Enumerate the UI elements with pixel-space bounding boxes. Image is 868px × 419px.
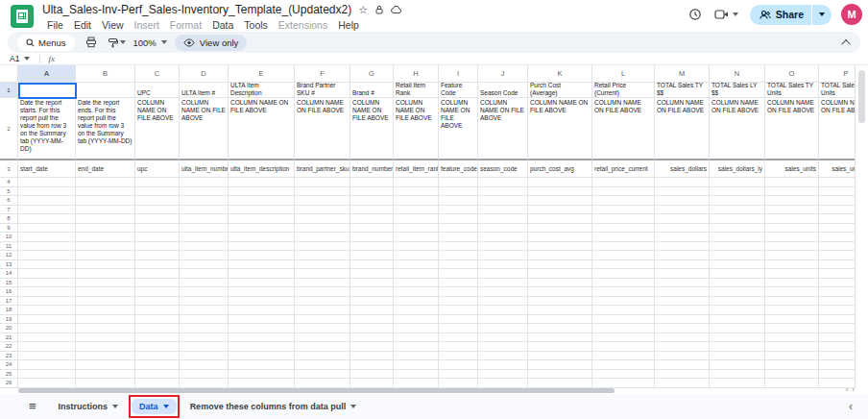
col-header-N[interactable]: N	[710, 65, 765, 83]
cell-A18[interactable]	[18, 306, 76, 315]
cell-O22[interactable]	[765, 342, 819, 352]
cell-O21[interactable]	[765, 333, 819, 343]
view-only-badge[interactable]: View only	[175, 35, 248, 51]
row-header-19[interactable]: 19	[0, 315, 18, 325]
cell-J8[interactable]	[478, 214, 528, 224]
cell-P12[interactable]	[819, 251, 855, 260]
cell-A22[interactable]	[18, 342, 76, 352]
cell-E16[interactable]	[229, 287, 295, 297]
cell-H12[interactable]	[394, 251, 439, 260]
cell-A8[interactable]	[18, 214, 76, 224]
vertical-scrollbar[interactable]	[855, 65, 868, 388]
cell-I17[interactable]	[439, 297, 478, 307]
cell-O17[interactable]	[765, 297, 819, 307]
cell-B12[interactable]	[76, 251, 135, 260]
cell-C6[interactable]	[135, 196, 180, 206]
cell-F19[interactable]	[295, 315, 350, 325]
cell-M17[interactable]	[655, 297, 710, 307]
cell-A19[interactable]	[18, 315, 76, 325]
cell-N12[interactable]	[710, 251, 765, 260]
cell-H13[interactable]	[394, 260, 439, 270]
cell-A1[interactable]	[18, 83, 76, 98]
cell-I8[interactable]	[439, 214, 478, 224]
cell-O6[interactable]	[765, 196, 819, 206]
cell-D26[interactable]	[180, 379, 229, 388]
cell-F18[interactable]	[295, 306, 350, 315]
cell-J19[interactable]	[478, 315, 528, 325]
cell-H17[interactable]	[394, 297, 439, 307]
cell-L2[interactable]: COLUMN NAME ON FILE ABOVE	[592, 98, 655, 160]
cell-J23[interactable]	[478, 352, 528, 361]
cell-B20[interactable]	[76, 324, 135, 333]
cell-J14[interactable]	[478, 269, 528, 279]
cell-D22[interactable]	[180, 342, 229, 352]
cell-I10[interactable]	[439, 233, 478, 242]
cell-K4[interactable]	[528, 178, 592, 187]
cell-E8[interactable]	[229, 214, 295, 224]
cell-N8[interactable]	[710, 214, 765, 224]
cell-A21[interactable]	[18, 333, 76, 343]
cell-B5[interactable]	[76, 187, 135, 197]
cell-M13[interactable]	[655, 260, 710, 270]
cell-O15[interactable]	[765, 279, 819, 288]
cell-D10[interactable]	[180, 233, 229, 242]
cell-P21[interactable]	[819, 333, 855, 343]
cell-M8[interactable]	[655, 214, 710, 224]
cell-L19[interactable]	[592, 315, 655, 325]
cell-B2[interactable]: Date the report ends. For this report pu…	[76, 98, 135, 160]
cell-C20[interactable]	[135, 324, 180, 333]
cell-I19[interactable]	[439, 315, 478, 325]
cell-A26[interactable]	[18, 379, 76, 388]
cell-K5[interactable]	[528, 187, 592, 197]
cell-C21[interactable]	[135, 333, 180, 343]
cell-J18[interactable]	[478, 306, 528, 315]
cell-F7[interactable]	[295, 206, 350, 215]
cell-P22[interactable]	[819, 342, 855, 352]
cell-L11[interactable]	[592, 242, 655, 252]
cell-A20[interactable]	[18, 324, 76, 333]
cell-L22[interactable]	[592, 342, 655, 352]
cell-O10[interactable]	[765, 233, 819, 242]
cell-C4[interactable]	[135, 178, 180, 187]
row-header-12[interactable]: 12	[0, 251, 18, 260]
cell-F25[interactable]	[295, 370, 350, 380]
cell-E25[interactable]	[229, 370, 295, 380]
row-header-18[interactable]: 18	[0, 306, 18, 315]
cell-C15[interactable]	[135, 279, 180, 288]
cell-H1[interactable]: Retail Item Rank	[394, 83, 439, 98]
cell-L3[interactable]: retail_price_current	[592, 160, 655, 178]
cell-A11[interactable]	[18, 242, 76, 252]
cell-C24[interactable]	[135, 360, 180, 370]
cell-K3[interactable]: purch_cost_avg	[528, 160, 592, 178]
cell-A3[interactable]: start_date	[18, 160, 76, 178]
cell-B8[interactable]	[76, 214, 135, 224]
cell-H7[interactable]	[394, 206, 439, 215]
horizontal-scrollbar-thumb[interactable]	[18, 388, 615, 393]
col-header-K[interactable]: K	[528, 65, 592, 83]
cell-D2[interactable]: COLUMN NAME ON FILE ABOVE	[180, 98, 229, 160]
cell-B14[interactable]	[76, 269, 135, 279]
cell-O1[interactable]: TOTAL Sales TY Units	[765, 83, 819, 98]
cell-K20[interactable]	[528, 324, 592, 333]
cell-C12[interactable]	[135, 251, 180, 260]
row-header-21[interactable]: 21	[0, 333, 18, 343]
menu-tools[interactable]: Tools	[239, 19, 273, 32]
cell-C2[interactable]: COLUMN NAME ON FILE ABOVE	[135, 98, 180, 160]
cell-C23[interactable]	[135, 352, 180, 361]
cell-A7[interactable]	[18, 206, 76, 215]
cell-H8[interactable]	[394, 214, 439, 224]
row-header-3[interactable]: 3	[0, 160, 18, 178]
cell-J26[interactable]	[478, 379, 528, 388]
cell-H6[interactable]	[394, 196, 439, 206]
cell-L24[interactable]	[592, 360, 655, 370]
cell-G17[interactable]	[350, 297, 394, 307]
cell-A15[interactable]	[18, 279, 76, 288]
cell-A25[interactable]	[18, 370, 76, 380]
cell-L5[interactable]	[592, 187, 655, 197]
cell-M11[interactable]	[655, 242, 710, 252]
cell-B13[interactable]	[76, 260, 135, 270]
row-header-11[interactable]: 11	[0, 242, 18, 252]
cell-H15[interactable]	[394, 279, 439, 288]
cell-J16[interactable]	[478, 287, 528, 297]
cell-I16[interactable]	[439, 287, 478, 297]
